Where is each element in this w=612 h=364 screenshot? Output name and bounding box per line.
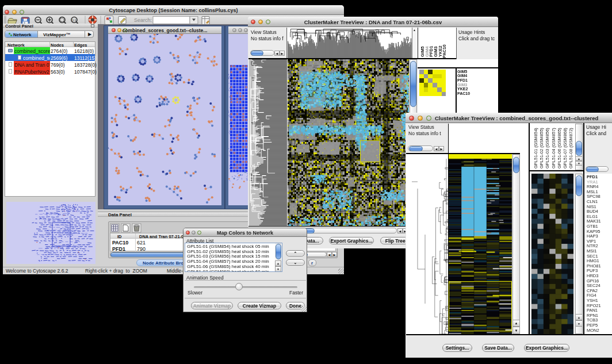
svg-text:1:1: 1:1	[72, 18, 76, 22]
svg-text:Search:: Search:	[134, 17, 152, 23]
